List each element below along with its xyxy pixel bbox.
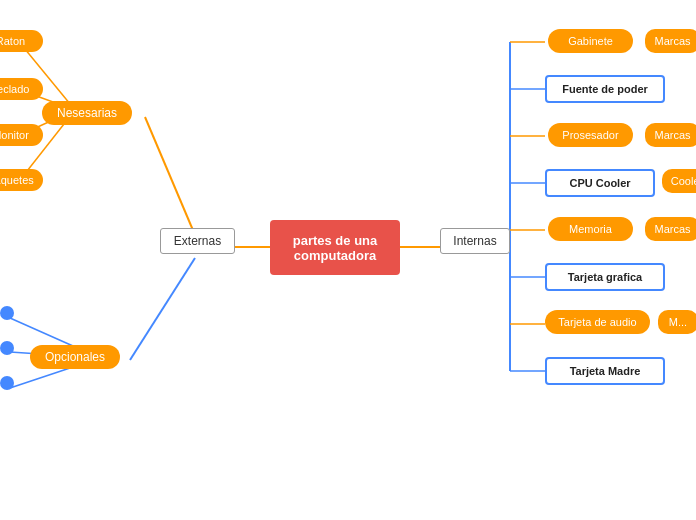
raton-node: Raton	[0, 30, 43, 52]
opt-dot-3	[0, 376, 14, 390]
gabinete-marcas: Marcas	[645, 29, 696, 53]
memoria-node: Memoria	[548, 217, 633, 241]
nesesarias-node: Nesesarias	[42, 101, 132, 125]
tarjeta-audio-node: Tarjeta de audio	[545, 310, 650, 334]
paquetes-node: Paquetes	[0, 169, 43, 191]
opt-dot-2	[0, 341, 14, 355]
cpu-cooler-node: CPU Cooler	[545, 169, 655, 197]
monitor-node: Monitor	[0, 124, 43, 146]
memoria-marcas: Marcas	[645, 217, 696, 241]
tarjeta-grafica-node: Tarjeta grafica	[545, 263, 665, 291]
fuente-poder-node: Fuente de poder	[545, 75, 665, 103]
gabinete-node: Gabinete	[548, 29, 633, 53]
opcionales-node: Opcionales	[30, 345, 120, 369]
prosesador-marcas: Marcas	[645, 123, 696, 147]
internas-node: Internas	[440, 228, 510, 254]
externas-node: Externas	[160, 228, 235, 254]
tarjeta-audio-tag: M...	[658, 310, 696, 334]
teclado-node: Teclado	[0, 78, 43, 100]
cooler-tag: partes de una computadora Cooler	[662, 169, 696, 193]
prosesador-node: Prosesador	[548, 123, 633, 147]
svg-line-1	[145, 117, 195, 235]
mindmap: partes de una computadora Externas Neses…	[0, 0, 696, 520]
svg-line-2	[130, 258, 195, 360]
center-node: partes de una computadora	[270, 220, 400, 275]
tarjeta-madre-node: Tarjeta Madre	[545, 357, 665, 385]
opt-dot-1	[0, 306, 14, 320]
